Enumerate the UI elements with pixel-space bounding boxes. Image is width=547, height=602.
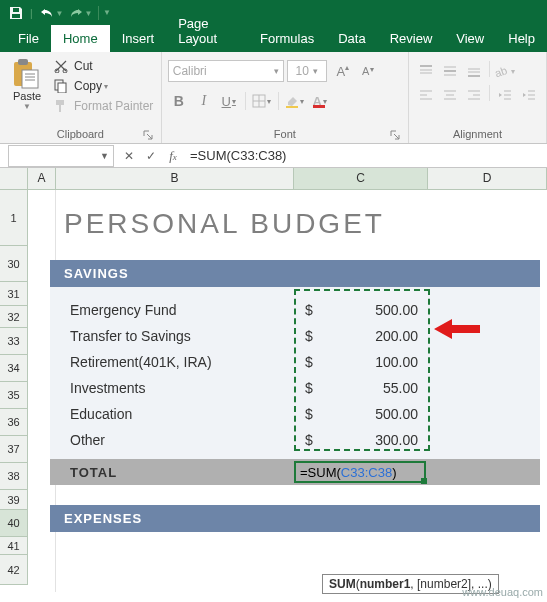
ribbon-tabs: File Home Insert Page Layout Formulas Da…	[0, 26, 547, 52]
borders-icon[interactable]: ▾	[251, 90, 273, 112]
align-center-icon[interactable]	[439, 85, 461, 105]
tab-data[interactable]: Data	[326, 25, 377, 52]
tab-insert[interactable]: Insert	[110, 25, 167, 52]
chevron-down-icon: ▾	[313, 66, 318, 76]
increase-indent-icon[interactable]	[518, 85, 540, 105]
row-header[interactable]: 1	[0, 190, 28, 246]
row-header[interactable]: 36	[0, 409, 28, 436]
align-middle-icon[interactable]	[439, 61, 461, 81]
table-row[interactable]: Other $ 300.00	[50, 427, 540, 453]
group-alignment: ab▾ Alignment	[409, 52, 547, 143]
section-savings-header[interactable]: SAVINGS	[50, 260, 540, 287]
font-size-select[interactable]: 10 ▾	[287, 60, 327, 82]
row-header[interactable]: 37	[0, 436, 28, 463]
align-top-icon[interactable]	[415, 61, 437, 81]
font-color-icon[interactable]: A▾	[309, 90, 331, 112]
tab-view[interactable]: View	[444, 25, 496, 52]
separator	[489, 61, 490, 77]
tab-formulas[interactable]: Formulas	[248, 25, 326, 52]
paste-label: Paste	[6, 90, 48, 102]
svg-rect-17	[286, 106, 298, 108]
row-header[interactable]: 35	[0, 382, 28, 409]
table-row[interactable]: Retirement(401K, IRA) $ 100.00	[50, 349, 540, 375]
align-right-icon[interactable]	[463, 85, 485, 105]
cut-icon	[52, 58, 70, 74]
row-header[interactable]: 34	[0, 355, 28, 382]
section-expenses-header[interactable]: EXPENSES	[50, 505, 540, 532]
item-value: 100.00	[324, 354, 424, 370]
fill-color-icon[interactable]: ▾	[284, 90, 306, 112]
svg-rect-12	[56, 100, 64, 105]
table-row[interactable]: Education $ 500.00	[50, 401, 540, 427]
formula-suffix: )	[392, 465, 396, 480]
ribbon: Paste ▼ Cut Copy ▾ Format Painter	[0, 52, 547, 144]
bold-button[interactable]: B	[168, 90, 190, 112]
formula-bar-input[interactable]: =SUM(C33:C38)	[184, 148, 547, 163]
font-name-select[interactable]: Calibri ▾	[168, 60, 284, 82]
table-row[interactable]: Investments $ 55.00	[50, 375, 540, 401]
underline-button[interactable]: U▾	[218, 90, 240, 112]
group-clipboard: Paste ▼ Cut Copy ▾ Format Painter	[0, 52, 162, 143]
orientation-icon[interactable]: ab▾	[494, 61, 516, 81]
tab-review[interactable]: Review	[378, 25, 445, 52]
paste-dropdown-icon[interactable]: ▼	[6, 102, 48, 111]
col-header-B[interactable]: B	[56, 168, 294, 189]
increase-font-icon[interactable]: A▴	[330, 60, 352, 82]
row-header[interactable]: 41	[0, 537, 28, 555]
align-bottom-icon[interactable]	[463, 61, 485, 81]
row-header[interactable]: 32	[0, 306, 28, 328]
row-header[interactable]: 39	[0, 490, 28, 510]
tab-help[interactable]: Help	[496, 25, 547, 52]
col-header-D[interactable]: D	[428, 168, 547, 189]
font-dialog-launcher-icon[interactable]	[390, 130, 400, 140]
col-header-A[interactable]: A	[28, 168, 56, 189]
sheet-title[interactable]: PERSONAL BUDGET	[28, 190, 547, 248]
select-all-button[interactable]	[0, 168, 28, 189]
row-header[interactable]: 30	[0, 246, 28, 282]
row-header[interactable]: 40	[0, 510, 28, 537]
tab-page-layout[interactable]: Page Layout	[166, 10, 248, 52]
undo-dropdown-icon[interactable]: ▼	[56, 9, 64, 18]
decrease-font-icon[interactable]: A▾	[355, 60, 377, 82]
copy-dropdown-icon[interactable]: ▾	[104, 82, 108, 91]
insert-function-icon[interactable]: fx	[162, 145, 184, 167]
svg-text:ab: ab	[495, 64, 509, 78]
clipboard-dialog-launcher-icon[interactable]	[143, 130, 153, 140]
cancel-formula-icon[interactable]: ✕	[118, 145, 140, 167]
row-header[interactable]: 42	[0, 555, 28, 585]
total-label: TOTAL	[50, 465, 294, 480]
row-header[interactable]: 31	[0, 282, 28, 306]
redo-dropdown-icon[interactable]: ▼	[85, 9, 93, 18]
name-box[interactable]: ▼	[8, 145, 114, 167]
item-value: 300.00	[324, 432, 424, 448]
group-label-font: Font	[168, 126, 402, 143]
savings-body: Emergency Fund $ 500.00 Transfer to Savi…	[50, 287, 540, 459]
copy-button[interactable]: Copy ▾	[52, 76, 155, 96]
quick-access-toolbar: | ▼ ▼ ▼	[0, 0, 547, 26]
row-header[interactable]: 33	[0, 328, 28, 355]
decrease-indent-icon[interactable]	[494, 85, 516, 105]
tab-file[interactable]: File	[6, 25, 51, 52]
total-row[interactable]: TOTAL =SUM(C33:C38)	[50, 459, 540, 485]
cut-button[interactable]: Cut	[52, 56, 155, 76]
enter-formula-icon[interactable]: ✓	[140, 145, 162, 167]
row-header[interactable]: 38	[0, 463, 28, 490]
qa-customize-icon[interactable]: ▼	[98, 6, 114, 20]
group-font: Calibri ▾ 10 ▾ A▴ A▾ B I U▾ ▾ ▾ A▾	[162, 52, 409, 143]
currency: $	[294, 354, 324, 370]
watermark: www.deuaq.com	[462, 586, 543, 598]
format-painter-button[interactable]: Format Painter	[52, 96, 155, 116]
align-left-icon[interactable]	[415, 85, 437, 105]
item-label: Other	[50, 432, 294, 448]
active-cell[interactable]: =SUM(C33:C38)	[294, 461, 426, 483]
italic-button[interactable]: I	[193, 90, 215, 112]
tab-home[interactable]: Home	[51, 25, 110, 52]
fill-handle[interactable]	[421, 478, 427, 484]
column-headers: A B C D	[0, 168, 547, 190]
paste-icon	[11, 58, 43, 90]
paste-button[interactable]: Paste ▼	[6, 56, 48, 126]
col-header-C[interactable]: C	[294, 168, 428, 189]
name-box-dropdown-icon[interactable]: ▼	[100, 151, 109, 161]
item-value: 500.00	[324, 302, 424, 318]
save-icon[interactable]	[4, 2, 28, 24]
